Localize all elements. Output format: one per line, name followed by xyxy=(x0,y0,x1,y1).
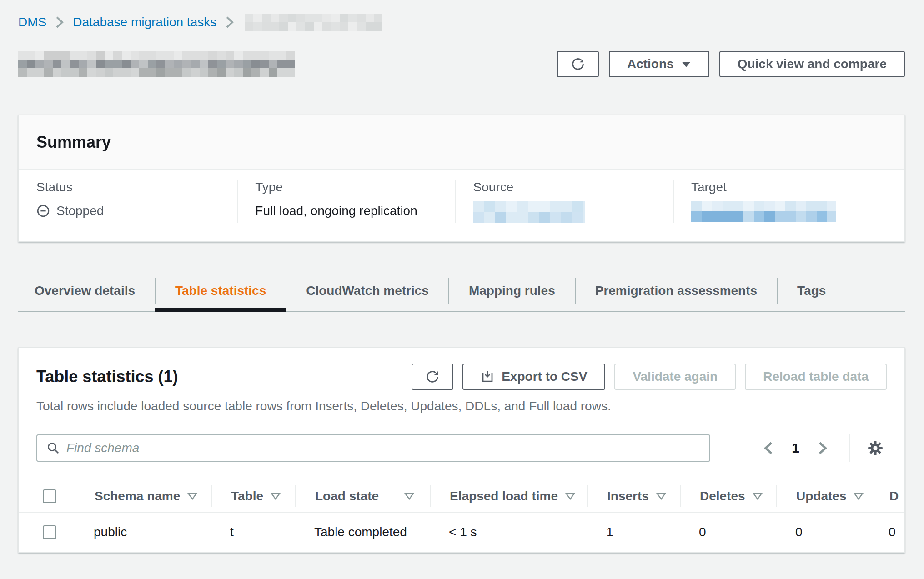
summary-card-header: Summary xyxy=(19,115,904,170)
column-label: Table xyxy=(231,489,263,504)
table-header-row: Schema nameTableLoad stateElapsed load t… xyxy=(19,481,904,513)
target-label: Target xyxy=(691,180,890,195)
refresh-icon xyxy=(425,369,440,384)
breadcrumb-current-redacted xyxy=(245,14,382,31)
sort-filter-icon[interactable] xyxy=(656,492,666,500)
column-header-schema-name[interactable]: Schema name xyxy=(75,485,211,507)
column-label: Inserts xyxy=(607,489,649,504)
breadcrumb: DMS Database migration tasks xyxy=(18,14,905,31)
reload-table-data-button[interactable]: Reload table data xyxy=(745,364,887,390)
pagination: 1 xyxy=(757,434,887,462)
cell-updates: 0 xyxy=(776,525,879,539)
controls-divider xyxy=(849,434,850,462)
table-statistics-buttons: Export to CSV Validate again Reload tabl… xyxy=(412,364,887,390)
cell-deletes: 0 xyxy=(680,525,776,539)
table-row: publictTable completed< 1 s1000 xyxy=(19,513,904,552)
source-value-redacted xyxy=(473,201,585,223)
current-page-number[interactable]: 1 xyxy=(792,440,799,456)
previous-page-button[interactable] xyxy=(757,439,780,458)
column-label: Deletes xyxy=(700,489,745,504)
breadcrumb-link-tasks[interactable]: Database migration tasks xyxy=(73,15,216,30)
select-all-checkbox[interactable] xyxy=(43,489,56,503)
cell-table: t xyxy=(211,525,295,539)
column-header-elapsed-load-time[interactable]: Elapsed load time xyxy=(430,485,587,507)
status-label: Status xyxy=(36,180,223,195)
table-statistics-card: Table statistics (1) Export to CSV Valid… xyxy=(18,347,905,553)
column-label: Load state xyxy=(315,489,379,504)
export-download-icon xyxy=(481,370,494,384)
column-header-table[interactable]: Table xyxy=(211,485,295,507)
table-statistics-header: Table statistics (1) Export to CSV Valid… xyxy=(19,348,904,390)
page-header: Actions Quick view and compare xyxy=(18,51,905,77)
page-title-redacted xyxy=(18,51,295,77)
column-header-deletes[interactable]: Deletes xyxy=(680,485,776,507)
tab-bar: Overview detailsTable statisticsCloudWat… xyxy=(18,271,905,312)
target-value-redacted xyxy=(691,201,836,222)
tab-overview-details[interactable]: Overview details xyxy=(18,271,155,311)
table-controls: 1 xyxy=(19,434,904,462)
sort-filter-icon[interactable] xyxy=(753,492,763,500)
column-label: Elapsed load time xyxy=(450,489,558,504)
settings-gear-button[interactable] xyxy=(864,437,887,459)
table-statistics-description: Total rows include loaded source table r… xyxy=(19,399,904,414)
sort-filter-icon[interactable] xyxy=(271,492,281,500)
cell-inserts: 1 xyxy=(587,525,680,539)
refresh-button[interactable] xyxy=(557,51,599,77)
table-statistics-title: Table statistics (1) xyxy=(36,367,178,386)
cell-load-state: Table completed xyxy=(295,525,430,539)
sort-filter-icon[interactable] xyxy=(565,492,575,500)
breadcrumb-link-dms[interactable]: DMS xyxy=(18,15,46,30)
column-label: Schema name xyxy=(95,489,180,504)
column-header-load-state[interactable]: Load state xyxy=(295,485,430,507)
summary-field-target: Target xyxy=(673,180,904,223)
export-csv-button[interactable]: Export to CSV xyxy=(462,364,605,390)
type-value: Full load, ongoing replication xyxy=(255,204,417,218)
summary-card: Summary Status Stopped Type Full load, o… xyxy=(18,115,905,242)
cell-schema-name: public xyxy=(75,525,211,539)
column-header-updates[interactable]: Updates xyxy=(776,485,879,507)
column-label: D xyxy=(889,489,899,504)
tab-table-statistics[interactable]: Table statistics xyxy=(155,271,286,311)
sort-filter-icon[interactable] xyxy=(404,492,414,500)
summary-field-status: Status Stopped xyxy=(19,180,237,223)
status-value: Stopped xyxy=(56,204,104,218)
summary-field-type: Type Full load, ongoing replication xyxy=(237,180,455,223)
column-header-d[interactable]: D xyxy=(879,485,905,507)
caret-down-icon xyxy=(681,61,691,68)
column-label: Updates xyxy=(796,489,846,504)
column-header-inserts[interactable]: Inserts xyxy=(587,485,680,507)
quick-view-compare-button[interactable]: Quick view and compare xyxy=(719,51,905,77)
actions-button[interactable]: Actions xyxy=(609,51,709,77)
summary-field-source: Source xyxy=(455,180,673,223)
stopped-status-icon xyxy=(36,204,50,218)
find-schema-input[interactable] xyxy=(36,434,710,462)
summary-title: Summary xyxy=(36,133,887,152)
gear-icon xyxy=(867,439,884,457)
table-body: publictTable completed< 1 s1000 xyxy=(19,513,904,552)
sort-filter-icon[interactable] xyxy=(187,492,197,500)
tab-tags[interactable]: Tags xyxy=(777,271,846,311)
tab-cloudwatch-metrics[interactable]: CloudWatch metrics xyxy=(286,271,449,311)
next-page-button[interactable] xyxy=(811,439,834,458)
breadcrumb-chevron-icon xyxy=(55,16,65,29)
breadcrumb-chevron-icon xyxy=(225,16,235,29)
page: DMS Database migration tasks Actions xyxy=(0,0,924,553)
cell-elapsed-load-time: < 1 s xyxy=(430,525,587,539)
row-checkbox[interactable] xyxy=(43,525,56,539)
refresh-icon xyxy=(571,57,585,71)
header-checkbox-cell xyxy=(19,485,75,507)
page-header-actions: Actions Quick view and compare xyxy=(557,51,905,77)
tab-mapping-rules[interactable]: Mapping rules xyxy=(449,271,575,311)
validate-again-button[interactable]: Validate again xyxy=(614,364,736,390)
type-label: Type xyxy=(255,180,441,195)
cell-d: 0 xyxy=(879,525,905,539)
row-checkbox-cell xyxy=(19,525,75,539)
search-box xyxy=(36,434,710,462)
table-refresh-button[interactable] xyxy=(412,364,453,390)
tab-premigration-assessments[interactable]: Premigration assessments xyxy=(575,271,777,311)
source-label: Source xyxy=(473,180,659,195)
summary-body: Status Stopped Type Full load, ongoing r… xyxy=(19,170,904,241)
sort-filter-icon[interactable] xyxy=(854,492,864,500)
statistics-table: Schema nameTableLoad stateElapsed load t… xyxy=(19,481,904,552)
